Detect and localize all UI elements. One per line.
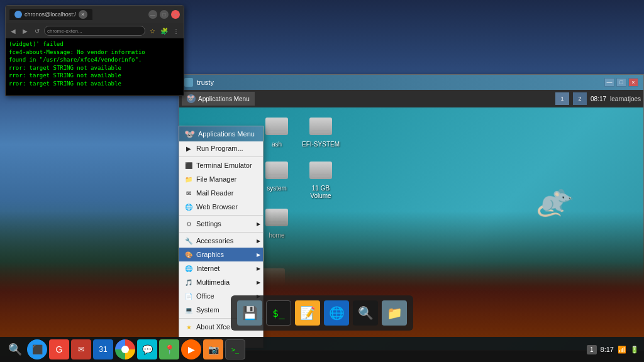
menu-item-about-label: About Xfce [196,323,230,331]
chrome-titlebar: chronos@localhost:/ × — □ × [6,6,184,23]
dock-icon-browser[interactable]: 🌐 [324,300,349,326]
mail-icon: ✉ [184,189,193,197]
multimedia-submenu-arrow: ▶ [257,280,260,285]
folder-icon: 📁 [184,175,193,184]
workspace-2[interactable]: 2 [573,92,587,105]
menu-item-filemanager[interactable]: 📁 File Manager [179,172,263,186]
star-button[interactable]: ☆ [147,26,157,36]
workspace-1[interactable]: 1 [555,92,569,105]
apps-menu-header: 🐭 Applications Menu [179,126,263,141]
apps-menu-label: Applications Menu [198,96,250,102]
system-icon: 💻 [184,305,193,314]
taskbar-hangouts[interactable]: 💬 [137,339,157,359]
extensions-button[interactable]: 🧩 [159,26,169,36]
xfce-clock: 08:17 [591,96,606,102]
tab-title: chronos@localhost:/ [25,11,76,18]
terminal-line-2: fce4-about-Message: No vendor informatio [9,48,180,57]
menu-item-internet[interactable]: 🌐 Internet ▶ [179,261,263,275]
dock-icon-terminal[interactable]: $_ [266,300,291,326]
efi-label: EFI-SYSTEM [302,141,340,148]
run-icon: ▶ [184,144,193,153]
tab-close-button[interactable]: × [79,10,87,19]
chrome-toolbar: ◀ ▶ ↺ chrome-exten... ☆ 🧩 ⋮ [6,23,184,38]
taskbar-time: 8:17 [601,346,614,353]
chrome-tab[interactable]: chronos@localhost:/ × [9,9,92,20]
efi-drive-icon [308,114,333,139]
menu-item-graphics[interactable]: 🎨 Graphics ▶ [179,248,263,261]
internet-icon: 🌐 [184,264,193,273]
menu-button[interactable]: ⋮ [171,26,181,36]
dock-icon-notes[interactable]: 📝 [295,300,320,326]
terminal-content: (widget)' failed fce4-about-Message: No … [6,38,184,96]
taskbar-chrome[interactable] [115,339,135,359]
files-icon: 💾 [242,305,258,321]
address-bar[interactable]: chrome-exten... [44,26,145,36]
back-button[interactable]: ◀ [8,26,18,36]
dock-icon-files[interactable]: 💾 [237,300,262,326]
11gb-label: 11 GB Volume [310,185,331,200]
internet-submenu-arrow: ▶ [257,266,260,272]
taskbar-camera[interactable]: 📷 [203,339,223,359]
xfce-title-text: trusty [197,79,601,86]
calendar-icon: 31 [99,345,107,354]
maps-icon: 📍 [164,344,175,354]
menu-item-system-label: System [196,306,219,314]
apps-menu-title: Applications Menu [198,130,255,138]
battery-icon: 🔋 [630,346,639,354]
taskbar-calendar[interactable]: 31 [93,339,113,359]
close-button[interactable]: × [171,10,180,19]
dock-icon-search[interactable]: 🔍 [353,300,378,326]
menu-item-run[interactable]: ▶ Run Program... [179,141,263,155]
menu-item-mail-label: Mail Reader [196,189,233,197]
terminal-line-1: (widget)' failed [9,40,180,48]
xfce-star-icon: ★ [184,322,193,331]
dock-icon-folder[interactable]: 📁 [382,300,407,326]
maximize-button[interactable]: □ [160,10,169,19]
terminal-line-3: found in "/usr/share/xfce4/vendorinfo". [9,56,180,64]
menu-item-webbrowser[interactable]: 🌐 Web Browser [179,200,263,214]
taskbar-terminal[interactable]: >_ [225,339,245,359]
xfce-close-btn[interactable]: × [628,78,638,87]
folder-dock-icon: 📁 [387,305,402,321]
menu-item-accessories[interactable]: 🔧 Accessories ▶ [179,234,263,248]
menu-item-mail[interactable]: ✉ Mail Reader [179,186,263,200]
applications-menu-button[interactable]: 🐭 Applications Menu [182,92,255,106]
vlc-icon: ▶ [188,344,195,354]
launcher-icon: ⬛ [32,344,43,354]
taskbar-terminal-icon: >_ [231,346,239,353]
refresh-button[interactable]: ↺ [32,26,42,36]
terminal-line-5: rror: target STRING not available [9,72,180,80]
terminal-icon: ⬛ [184,161,193,170]
wifi-icon: 📶 [618,346,626,354]
menu-item-terminal-label: Terminal Emulator [196,162,252,169]
chrome-os-taskbar: 🔍 ⬛ G ✉ 31 💬 📍 ▶ 📷 >_ 1 8:17 📶 🔋 [0,337,644,362]
graphics-submenu-arrow: ▶ [257,252,260,258]
ash-drive-icon [264,114,289,139]
terminal-line-4: rror: target STRING not available [9,64,180,72]
taskbar-search-icon[interactable]: 🔍 [5,339,25,359]
forward-button[interactable]: ▶ [20,26,30,36]
menu-item-terminal[interactable]: ⬛ Terminal Emulator [179,158,263,172]
tab-favicon [14,11,22,18]
menu-divider-1 [179,156,263,157]
xfce-minimize-btn[interactable]: — [604,78,614,87]
desktop-icon-efi[interactable]: EFI-SYSTEM [299,114,343,148]
menu-item-settings[interactable]: ⚙ Settings ▶ [179,217,263,231]
menu-item-multimedia-label: Multimedia [196,278,230,286]
menu-item-fm-label: File Manager [196,175,236,183]
menu-item-multimedia[interactable]: 🎵 Multimedia ▶ [179,275,263,289]
minimize-button[interactable]: — [148,10,157,19]
taskbar-maps[interactable]: 📍 [159,339,179,359]
taskbar-gmail[interactable]: ✉ [71,339,91,359]
taskbar-google-apps[interactable]: G [49,339,69,359]
xfce-username: learnatjoes [610,96,641,102]
menu-item-graphics-label: Graphics [196,251,224,258]
chrome-icon [121,346,129,353]
taskbar-vlc[interactable]: ▶ [181,339,201,359]
xfce-bottom-dock: 💾 $_ 📝 🌐 🔍 📁 [231,295,413,331]
xfce-maximize-btn[interactable]: □ [616,78,626,87]
url-text: chrome-exten... [47,28,82,34]
office-icon: 📄 [184,292,193,300]
taskbar-chrome-launcher[interactable]: ⬛ [27,339,47,359]
desktop-icon-11gb[interactable]: 11 GB Volume [299,158,343,200]
